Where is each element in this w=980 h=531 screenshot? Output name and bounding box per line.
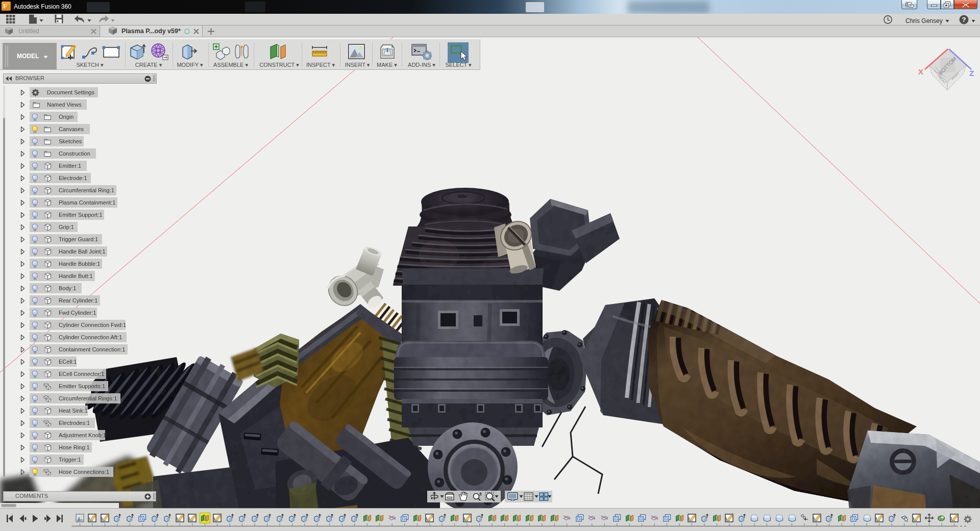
svg-text:?: ? bbox=[962, 16, 966, 23]
svg-text:Z: Z bbox=[969, 69, 974, 78]
svg-text:X: X bbox=[918, 67, 923, 76]
